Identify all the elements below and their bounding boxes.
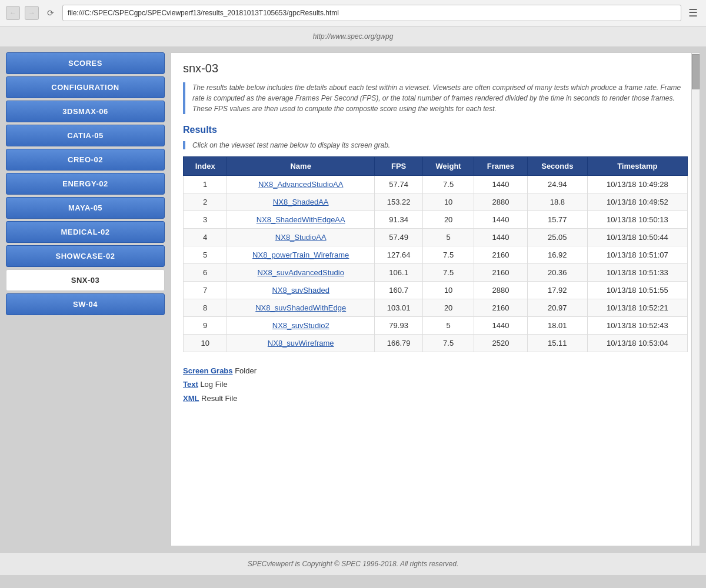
results-heading: Results (183, 125, 688, 135)
table-cell: 79.93 (375, 317, 423, 335)
click-hint: Click on the viewset test name below to … (183, 141, 688, 149)
table-row: 10NX8_suvWireframe166.797.5252015.1110/1… (184, 335, 688, 352)
table-cell: 166.79 (375, 335, 423, 352)
test-name-link[interactable]: NX8_ShadedAA (227, 193, 375, 211)
sidebar-item-sw-04[interactable]: SW-04 (6, 293, 165, 315)
table-row: 1NX8_AdvancedStudioAA57.747.5144024.9410… (184, 176, 688, 193)
table-header-name: Name (227, 157, 375, 176)
table-cell: 2520 (474, 335, 527, 352)
footer-link[interactable]: Text (183, 380, 198, 389)
table-cell: 10/13/18 10:52:21 (587, 299, 687, 317)
browser-toolbar: ← → ⟳ ☰ (0, 0, 706, 26)
footer-link-row: XML Result File (183, 392, 688, 405)
table-cell: 127.64 (375, 246, 423, 264)
table-row: 9NX8_suvStudio279.935144018.0110/13/18 1… (184, 317, 688, 335)
sidebar-item-configuration[interactable]: CONFIGURATION (6, 76, 165, 98)
sidebar: SCORESCONFIGURATION3DSMAX-06CATIA-05CREO… (6, 52, 165, 546)
table-cell: 7.5 (423, 176, 474, 193)
sidebar-item-3dsmax-06[interactable]: 3DSMAX-06 (6, 101, 165, 122)
sidebar-item-catia-05[interactable]: CATIA-05 (6, 125, 165, 146)
table-header-frames: Frames (474, 157, 527, 176)
table-cell: 4 (184, 229, 227, 246)
content-scroll[interactable]: snx-03 The results table below includes … (171, 53, 700, 546)
sidebar-item-snx-03[interactable]: SNX-03 (6, 269, 165, 291)
page-title: snx-03 (183, 62, 688, 75)
table-cell: 20.97 (527, 299, 587, 317)
footer-links: Screen Grabs FolderText Log FileXML Resu… (183, 364, 688, 405)
test-name-link[interactable]: NX8_suvShadedWithEdge (227, 299, 375, 317)
table-cell: 7.5 (423, 246, 474, 264)
table-cell: 57.49 (375, 229, 423, 246)
table-cell: 9 (184, 317, 227, 335)
table-cell: 10/13/18 10:53:04 (587, 335, 687, 352)
table-cell: 1440 (474, 229, 527, 246)
table-cell: 7 (184, 282, 227, 299)
table-header-fps: FPS (375, 157, 423, 176)
table-header-timestamp: Timestamp (587, 157, 687, 176)
footer-link-suffix: Folder (233, 366, 257, 375)
test-name-link[interactable]: NX8_ShadedWithEdgeAA (227, 211, 375, 229)
sidebar-item-showcase-02[interactable]: SHOWCASE-02 (6, 245, 165, 267)
table-row: 8NX8_suvShadedWithEdge103.0120216020.971… (184, 299, 688, 317)
table-cell: 2160 (474, 299, 527, 317)
test-name-link[interactable]: NX8_suvAdvancedStudio (227, 264, 375, 282)
footer-link-suffix: Result File (199, 394, 237, 403)
scrollbar[interactable] (691, 53, 700, 546)
table-cell: 10/13/18 10:51:55 (587, 282, 687, 299)
test-name-link[interactable]: NX8_powerTrain_Wireframe (227, 246, 375, 264)
table-cell: 1440 (474, 317, 527, 335)
footer-link[interactable]: XML (183, 394, 199, 403)
forward-button[interactable]: → (25, 6, 39, 20)
table-cell: 2160 (474, 264, 527, 282)
test-name-link[interactable]: NX8_StudioAA (227, 229, 375, 246)
table-cell: 20 (423, 299, 474, 317)
table-cell: 5 (184, 246, 227, 264)
table-cell: 10/13/18 10:50:13 (587, 211, 687, 229)
table-row: 4NX8_StudioAA57.495144025.0510/13/18 10:… (184, 229, 688, 246)
table-cell: 106.1 (375, 264, 423, 282)
scrollbar-thumb[interactable] (692, 54, 700, 89)
sidebar-item-creo-02[interactable]: CREO-02 (6, 149, 165, 171)
table-cell: 8 (184, 299, 227, 317)
table-header-weight: Weight (423, 157, 474, 176)
url-bar[interactable] (62, 5, 681, 21)
table-cell: 7.5 (423, 335, 474, 352)
table-cell: 18.01 (527, 317, 587, 335)
sidebar-item-scores[interactable]: SCORES (6, 52, 165, 74)
table-cell: 18.8 (527, 193, 587, 211)
table-cell: 5 (423, 317, 474, 335)
table-cell: 91.34 (375, 211, 423, 229)
table-cell: 24.94 (527, 176, 587, 193)
table-row: 6NX8_suvAdvancedStudio106.17.5216020.361… (184, 264, 688, 282)
table-cell: 10/13/18 10:52:43 (587, 317, 687, 335)
table-cell: 16.92 (527, 246, 587, 264)
sidebar-item-maya-05[interactable]: MAYA-05 (6, 197, 165, 219)
table-cell: 57.74 (375, 176, 423, 193)
table-cell: 1 (184, 176, 227, 193)
results-table: IndexNameFPSWeightFramesSecondsTimestamp… (183, 156, 688, 352)
table-cell: 10/13/18 10:50:44 (587, 229, 687, 246)
menu-button[interactable]: ☰ (686, 5, 700, 21)
table-row: 5NX8_powerTrain_Wireframe127.647.5216016… (184, 246, 688, 264)
test-name-link[interactable]: NX8_suvStudio2 (227, 317, 375, 335)
test-name-link[interactable]: NX8_AdvancedStudioAA (227, 176, 375, 193)
table-cell: 15.77 (527, 211, 587, 229)
table-row: 2NX8_ShadedAA153.2210288018.810/13/18 10… (184, 193, 688, 211)
table-cell: 10 (423, 193, 474, 211)
table-header-index: Index (184, 157, 227, 176)
table-row: 7NX8_suvShaded160.710288017.9210/13/18 1… (184, 282, 688, 299)
test-name-link[interactable]: NX8_suvWireframe (227, 335, 375, 352)
table-cell: 20.36 (527, 264, 587, 282)
back-button[interactable]: ← (6, 6, 20, 20)
table-cell: 3 (184, 211, 227, 229)
footer-link-suffix: Log File (198, 380, 228, 389)
footer-link[interactable]: Screen Grabs (183, 366, 233, 375)
sidebar-item-energy-02[interactable]: ENERGY-02 (6, 173, 165, 195)
table-cell: 10/13/18 10:49:52 (587, 193, 687, 211)
refresh-button[interactable]: ⟳ (44, 6, 58, 20)
test-name-link[interactable]: NX8_suvShaded (227, 282, 375, 299)
page-footer: SPECviewperf is Copyright © SPEC 1996-20… (0, 552, 706, 575)
table-cell: 2160 (474, 246, 527, 264)
sidebar-item-medical-02[interactable]: MEDICAL-02 (6, 221, 165, 243)
table-row: 3NX8_ShadedWithEdgeAA91.3420144015.7710/… (184, 211, 688, 229)
